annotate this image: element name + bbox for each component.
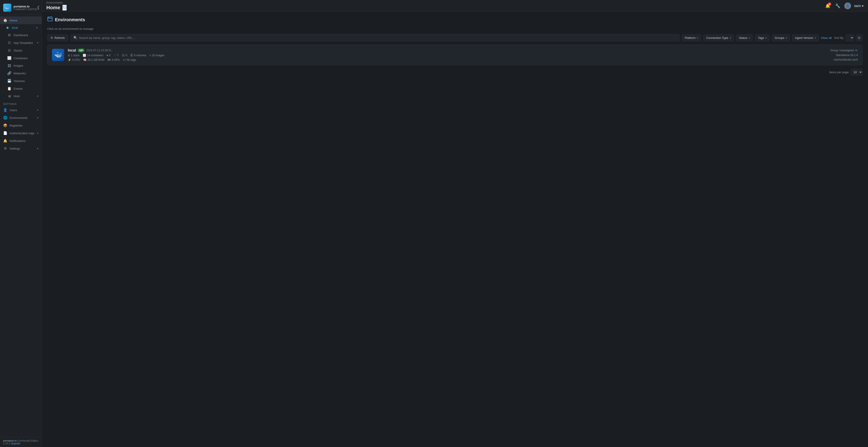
events-icon: 📋 — [7, 87, 11, 91]
sidebar-local-env[interactable]: ⬟ local ✕ — [0, 24, 41, 31]
settings-gear-button[interactable]: 🔧 — [834, 2, 841, 9]
username-chevron: ▾ — [862, 4, 864, 8]
environment-group: Group: Unassigned — [831, 49, 854, 52]
sidebar-logo-area: 🐳 portainer.io COMMUNITY EDITION ❮ — [0, 0, 41, 15]
environment-logo: 🐳 — [52, 49, 64, 61]
sidebar-collapse-button[interactable]: ❮ — [37, 5, 40, 9]
app-templates-expand-icon: ▾ — [37, 41, 38, 44]
sidebar-item-host[interactable]: 🖥 Host ▾ — [0, 92, 41, 100]
sidebar-item-home[interactable]: 🏠 Home — [0, 17, 41, 24]
sidebar-item-notifications[interactable]: 🔔 Notifications — [0, 137, 41, 145]
containers-count-icon: ⬜ — [83, 54, 86, 57]
username-label[interactable]: taein ▾ — [854, 4, 864, 8]
containers-icon: ⬜ — [7, 56, 11, 60]
page-title-text: Home — [46, 5, 60, 11]
sidebar-item-volumes[interactable]: 💾 Volumes — [0, 77, 41, 85]
status-filter-button[interactable]: Status ▾ — [736, 34, 753, 41]
platform-filter-button[interactable]: Platform ▾ — [682, 34, 701, 41]
items-per-page-select[interactable]: 10 25 50 — [850, 69, 863, 75]
local-env-close-button[interactable]: ✕ — [35, 26, 38, 29]
environment-type: Standalone 26.1.4 — [836, 54, 858, 57]
gpu-icon: 🎮 — [107, 58, 111, 61]
environment-info: local UP 2024-07-11 03:36:51 ⊟ 1 stack ⬜… — [68, 49, 827, 61]
svg-point-3 — [49, 18, 50, 18]
view-toggle-button[interactable]: ⊞ — [856, 34, 863, 41]
stacks-count: 1 stack — [71, 54, 80, 57]
environment-name-row: local UP 2024-07-11 03:36:51 — [68, 49, 827, 53]
environment-edit-button[interactable]: ✏ — [855, 49, 858, 52]
sidebar-item-home-label: Home — [9, 19, 38, 22]
clear-all-button[interactable]: Clear all — [821, 36, 832, 39]
title-refresh-button[interactable]: ↻ — [62, 5, 67, 11]
sidebar-item-containers[interactable]: ⬜ Containers — [0, 54, 41, 62]
sidebar-item-users[interactable]: 👤 Users ▾ — [0, 106, 41, 114]
sidebar-item-environments[interactable]: 🌐 Environments ▾ — [0, 114, 41, 122]
environment-card-local: 🐳 local UP 2024-07-11 03:36:51 ⊟ 1 stack… — [47, 44, 863, 65]
containers-count: 14 containers — [87, 54, 103, 57]
unhealthy-icon: ☹ — [122, 54, 125, 57]
running-icon: ● — [106, 54, 108, 57]
local-env-icon: ⬟ — [5, 26, 9, 29]
auth-logs-icon: 📄 — [3, 131, 7, 135]
sort-by-select[interactable] — [845, 34, 854, 41]
connection-type-filter-button[interactable]: Connection Type ▾ — [703, 34, 734, 41]
sidebar-item-registries[interactable]: 📦 Registries — [0, 122, 41, 129]
svg-point-4 — [50, 18, 50, 18]
refresh-icon: ↻ — [51, 36, 53, 39]
sort-by-label: Sort By — [834, 36, 844, 39]
healthy-icon: ♡ — [114, 54, 116, 57]
sidebar-item-app-templates[interactable]: ⊡ App Templates ▾ — [0, 39, 41, 46]
sidebar-item-networks-label: Networks — [13, 72, 38, 75]
resource-gpu: 🎮 0 GPU — [107, 58, 120, 61]
dashboard-icon: ⊞ — [7, 33, 11, 37]
stat-unhealthy: ☹ 0 — [122, 54, 127, 57]
sidebar-item-stacks[interactable]: ⊟ Stacks — [0, 46, 41, 54]
images-count: 16 images — [152, 54, 164, 57]
footer-upgrade-link[interactable]: Upgrade — [11, 442, 20, 445]
sidebar-item-auth-logs[interactable]: 📄 Authentication logs ▾ — [0, 129, 41, 137]
main-content: Environments Home ↻ 🔔 1 🔧 👤 taein ▾ — [42, 0, 868, 447]
sidebar-brand-name: portainer.io — [13, 5, 37, 8]
sidebar-edition: COMMUNITY EDITION — [13, 8, 37, 11]
sidebar-local-env-label: local — [12, 26, 33, 29]
refresh-button[interactable]: ↻ Refresh — [47, 34, 68, 41]
tags-filter-button[interactable]: Tags ▾ — [755, 34, 770, 41]
page-title: Home ↻ — [46, 5, 67, 11]
agent-version-filter-button[interactable]: Agent Version ▾ — [792, 34, 819, 41]
user-avatar: 👤 — [844, 2, 851, 9]
sidebar-item-events-label: Events — [13, 87, 38, 90]
sidebar: 🐳 portainer.io COMMUNITY EDITION ❮ 🏠 Hom… — [0, 0, 42, 447]
environments-header-icon — [47, 16, 53, 23]
sidebar-item-dashboard[interactable]: ⊞ Dashboard — [0, 31, 41, 39]
groups-label: Groups — [775, 36, 784, 39]
sidebar-item-images[interactable]: 🖼 Images — [0, 62, 41, 69]
sidebar-navigation: 🏠 Home ⬟ local ✕ ⊞ Dashboard ⊡ App Templ… — [0, 15, 41, 437]
footer-brand: portainer.io — [3, 439, 17, 442]
images-icon: 🖼 — [7, 64, 11, 68]
username-text: taein — [854, 4, 861, 8]
stat-stacks: ⊟ 1 stack — [68, 54, 80, 57]
agent-version-label: Agent Version — [795, 36, 813, 39]
search-box: 🔍 — [70, 34, 680, 41]
volumes-count: 9 volumes — [134, 54, 146, 57]
groups-chevron-icon: ▾ — [786, 37, 787, 39]
host-icon: 🖥 — [7, 94, 11, 98]
sidebar-item-registries-label: Registries — [9, 124, 38, 127]
sidebar-item-notifications-label: Notifications — [9, 139, 38, 142]
sidebar-item-events[interactable]: 📋 Events — [0, 85, 41, 92]
sidebar-item-settings[interactable]: ⚙ Settings ▾ — [0, 145, 41, 152]
sidebar-item-networks[interactable]: 🔗 Networks — [0, 69, 41, 77]
sidebar-item-volumes-label: Volumes — [13, 79, 38, 83]
sidebar-item-images-label: Images — [13, 64, 38, 67]
stat-healthy: ♡ 7 — [114, 54, 119, 57]
environment-resources: ⚡ 4 CPU 🧠 25.1 GB RAM 🎮 0 GPU 🏷 No tags — [68, 58, 827, 61]
volumes-stat-icon: 🗄 — [130, 54, 133, 57]
groups-filter-button[interactable]: Groups ▾ — [772, 34, 790, 41]
search-input[interactable] — [79, 36, 677, 39]
notifications-bell-button[interactable]: 🔔 1 — [825, 2, 831, 9]
settings-section-label: Settings — [0, 100, 41, 106]
sidebar-item-app-templates-label: App Templates — [13, 41, 35, 44]
environments-subtitle: Click on an environment to manage — [47, 27, 863, 31]
stacks-icon: ⊟ — [68, 54, 70, 57]
environments-title: Environments — [55, 17, 85, 22]
